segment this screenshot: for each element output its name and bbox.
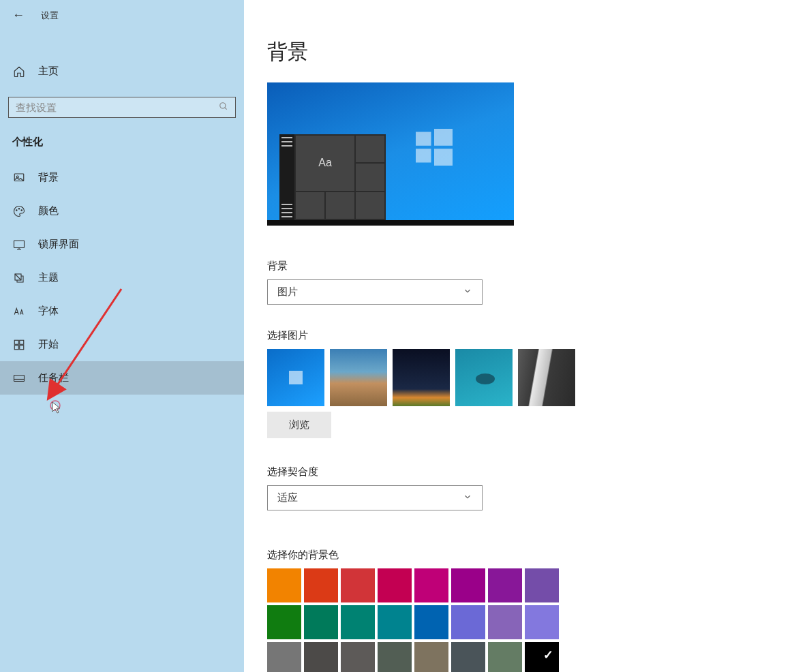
- color-swatch[interactable]: [451, 568, 485, 602]
- sidebar-item-fonts[interactable]: 字体: [0, 294, 244, 328]
- svg-rect-7: [14, 241, 25, 248]
- picture-thumb-4[interactable]: [455, 349, 513, 406]
- color-swatch[interactable]: [488, 605, 522, 639]
- cursor-icon: [49, 399, 63, 414]
- sidebar-item-start[interactable]: 开始: [0, 328, 244, 361]
- choose-picture-label: 选择图片: [267, 329, 786, 342]
- start-menu-preview: Aa: [279, 134, 386, 220]
- svg-point-0: [220, 103, 226, 108]
- sidebar-item-taskbar[interactable]: 任务栏: [0, 361, 244, 395]
- home-label: 主页: [38, 65, 59, 78]
- svg-point-6: [21, 209, 22, 211]
- back-button[interactable]: ←: [12, 8, 25, 22]
- color-swatch[interactable]: [267, 568, 301, 602]
- fit-label: 选择契合度: [267, 465, 786, 478]
- taskbar-icon: [12, 372, 26, 384]
- preview-tile-text: Aa: [296, 136, 354, 191]
- svg-rect-14: [20, 345, 24, 349]
- page-title: 背景: [267, 38, 786, 66]
- color-swatch[interactable]: [488, 642, 522, 672]
- sidebar-item-background[interactable]: 背景: [0, 161, 244, 194]
- svg-point-4: [16, 209, 18, 211]
- color-swatch[interactable]: [304, 568, 338, 602]
- sidebar-item-label: 开始: [38, 338, 59, 351]
- windows-logo-icon: [416, 129, 453, 166]
- picture-thumbnails: [267, 349, 786, 406]
- sidebar-item-label: 任务栏: [38, 371, 69, 384]
- svg-point-19: [50, 401, 60, 410]
- svg-rect-22: [416, 149, 431, 162]
- sidebar-item-label: 字体: [38, 305, 59, 318]
- background-dropdown[interactable]: 图片: [267, 279, 483, 305]
- home-link[interactable]: 主页: [0, 55, 244, 87]
- color-swatch[interactable]: [414, 605, 448, 639]
- picture-thumb-1[interactable]: [267, 349, 324, 406]
- background-icon: [12, 172, 26, 184]
- svg-rect-20: [416, 132, 431, 146]
- picture-thumb-2[interactable]: [330, 349, 387, 406]
- home-icon: [12, 65, 26, 78]
- color-swatch[interactable]: [525, 568, 559, 602]
- colors-icon: [12, 205, 26, 217]
- search-box[interactable]: [8, 97, 236, 118]
- color-swatch[interactable]: [304, 605, 338, 639]
- color-swatch[interactable]: [341, 568, 375, 602]
- color-swatch[interactable]: [414, 642, 448, 672]
- lockscreen-icon: [12, 239, 26, 251]
- chevron-down-icon: [463, 492, 472, 504]
- sidebar-item-themes[interactable]: 主题: [0, 261, 244, 294]
- sidebar-item-label: 背景: [38, 171, 59, 184]
- desktop-preview: Aa: [267, 82, 514, 226]
- svg-rect-11: [14, 340, 18, 344]
- browse-button[interactable]: 浏览: [267, 412, 331, 438]
- main-content: 背景 Aa 背景 图片 选择图片 浏览 选择契合: [244, 0, 809, 672]
- svg-rect-13: [14, 345, 18, 349]
- svg-rect-12: [20, 340, 24, 344]
- color-grid: [267, 568, 786, 672]
- section-title: 个性化: [0, 127, 244, 161]
- sidebar-item-lockscreen[interactable]: 锁屏界面: [0, 228, 244, 261]
- fit-dropdown-value: 适应: [277, 491, 298, 504]
- sidebar-item-label: 锁屏界面: [38, 238, 79, 251]
- color-swatch[interactable]: [378, 605, 412, 639]
- fit-dropdown[interactable]: 适应: [267, 485, 483, 510]
- chevron-down-icon: [463, 286, 472, 298]
- color-swatch[interactable]: [488, 568, 522, 602]
- color-swatch[interactable]: [451, 605, 485, 639]
- color-swatch[interactable]: [267, 605, 301, 639]
- taskbar-preview: [267, 220, 514, 226]
- color-swatch[interactable]: [304, 642, 338, 672]
- sidebar-header: ← 设置: [0, 0, 244, 31]
- fonts-icon: [12, 305, 26, 318]
- settings-title: 设置: [41, 10, 59, 22]
- color-swatch[interactable]: [267, 642, 301, 672]
- picture-thumb-3[interactable]: [393, 349, 450, 406]
- svg-rect-15: [14, 375, 25, 381]
- search-icon: [219, 102, 228, 113]
- sidebar-item-label: 主题: [38, 271, 59, 284]
- themes-icon: [12, 272, 26, 284]
- color-swatch[interactable]: [341, 642, 375, 672]
- svg-line-1: [225, 108, 227, 110]
- search-input[interactable]: [16, 102, 219, 113]
- sidebar-item-label: 颜色: [38, 204, 59, 217]
- picture-thumb-5[interactable]: [518, 349, 575, 406]
- bgcolor-label: 选择你的背景色: [267, 549, 786, 562]
- color-swatch[interactable]: [525, 605, 559, 639]
- background-label: 背景: [267, 260, 786, 273]
- color-swatch[interactable]: [341, 605, 375, 639]
- color-swatch[interactable]: [414, 568, 448, 602]
- start-icon: [12, 339, 26, 351]
- svg-rect-21: [434, 129, 453, 146]
- sidebar: ← 设置 主页 个性化 背景颜色锁屏界面主题字体开始任务栏: [0, 0, 244, 672]
- color-swatch[interactable]: [525, 642, 559, 672]
- svg-rect-23: [434, 149, 453, 166]
- color-swatch[interactable]: [378, 642, 412, 672]
- color-swatch[interactable]: [451, 642, 485, 672]
- color-swatch[interactable]: [378, 568, 412, 602]
- svg-point-5: [18, 208, 20, 209]
- sidebar-item-colors[interactable]: 颜色: [0, 194, 244, 228]
- background-dropdown-value: 图片: [277, 286, 298, 299]
